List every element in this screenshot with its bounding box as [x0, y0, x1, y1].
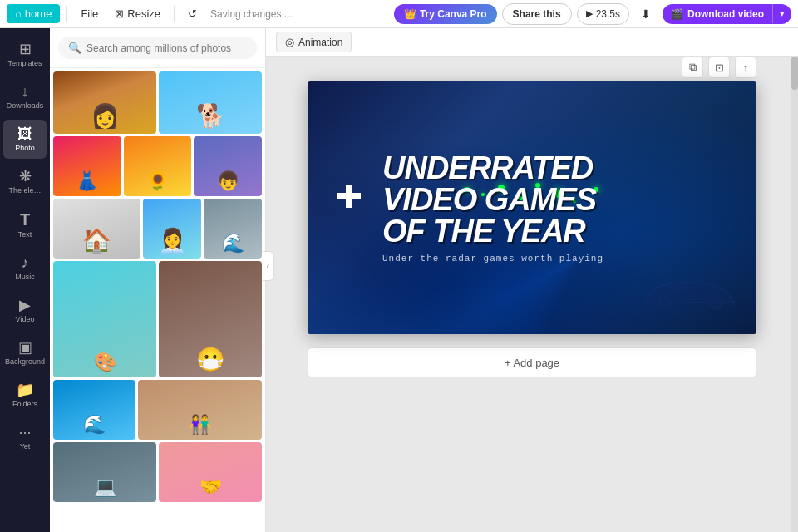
sidebar-item-video-label: Video: [16, 315, 35, 323]
duplicate-page-button[interactable]: ⧉: [682, 57, 703, 78]
saving-status: Saving changes ...: [210, 8, 293, 20]
svg-rect-3: [337, 193, 361, 200]
download-icon-button[interactable]: ⬇: [634, 4, 658, 24]
templates-icon: ⊞: [19, 42, 32, 57]
photo-row-1: [53, 71, 262, 134]
list-item[interactable]: [138, 380, 262, 440]
list-item[interactable]: [53, 199, 140, 259]
animation-tab-label: Animation: [298, 37, 342, 48]
list-item[interactable]: [194, 136, 262, 196]
downloads-icon: ↓: [22, 84, 29, 99]
search-box[interactable]: 🔍: [58, 37, 257, 59]
sidebar-item-background-label: Background: [5, 357, 45, 366]
elements-icon: ❋: [19, 169, 32, 184]
sidebar-item-folders-label: Folders: [12, 400, 37, 408]
nav-separator: [66, 6, 67, 22]
photo-grid: [50, 68, 265, 532]
sidebar-item-folders[interactable]: 📁 Folders: [3, 376, 47, 415]
download-cloud-icon: ⬇: [641, 7, 651, 21]
undo-icon: ↺: [188, 7, 197, 20]
list-item[interactable]: [143, 199, 201, 259]
home-icon: ⌂: [15, 7, 22, 20]
canvas-title-line3: OF THE YEAR: [382, 215, 732, 247]
duplicate-icon: ⧉: [689, 61, 697, 74]
sidebar-item-elements[interactable]: ❋ The ele…: [3, 162, 47, 201]
sidebar-item-text-label: Text: [18, 230, 32, 239]
share-page-button[interactable]: ↑: [735, 57, 756, 78]
photo-search-area: 🔍: [50, 28, 265, 68]
file-menu-button[interactable]: File: [74, 4, 105, 23]
share-button[interactable]: Share this: [502, 3, 572, 25]
left-sidebar: ⊞ Templates ↓ Downloads 🖼 Photo ❋ The el…: [0, 28, 50, 532]
play-icon: ▶: [586, 8, 593, 19]
timer-button[interactable]: ▶ 23.5s: [577, 3, 629, 25]
photo-row-4: [53, 261, 262, 377]
photo-icon: 🖼: [17, 126, 32, 141]
download-video-group: 🎬 Download video ▾: [663, 4, 791, 24]
scroll-thumb[interactable]: [791, 57, 798, 90]
list-item[interactable]: [53, 71, 156, 134]
sidebar-item-yet-label: Yet: [20, 442, 31, 451]
sidebar-item-music-label: Music: [15, 273, 35, 281]
list-item[interactable]: [53, 261, 156, 377]
music-icon: ♪: [22, 255, 29, 270]
home-button[interactable]: ⌂ home: [7, 4, 60, 23]
canvas-text-area: UNDERRATED VIDEO GAMES OF THE YEAR Under…: [382, 152, 732, 264]
undo-button[interactable]: ↺: [181, 4, 204, 23]
download-dropdown-button[interactable]: ▾: [772, 4, 791, 23]
canvas-area: ◎ Animation ⧉ ⊡ ↑: [266, 28, 798, 532]
copy-page-button[interactable]: ⊡: [708, 57, 730, 78]
canvas-scroll-area[interactable]: ⧉ ⊡ ↑: [266, 57, 798, 532]
sidebar-item-video[interactable]: ▶ Video: [3, 291, 47, 330]
list-item[interactable]: [53, 380, 135, 440]
sidebar-item-photo[interactable]: 🖼 Photo: [3, 120, 47, 159]
list-item[interactable]: [53, 136, 121, 196]
add-page-button[interactable]: + Add page: [308, 347, 756, 377]
sidebar-item-yet[interactable]: ··· Yet: [3, 418, 47, 457]
more-icon: ···: [18, 425, 31, 440]
background-icon: ▣: [18, 340, 32, 355]
chevron-left-icon: ‹: [267, 262, 269, 271]
page-container: ⧉ ⊡ ↑: [308, 81, 756, 334]
controller-symbol: [332, 180, 366, 220]
sidebar-item-elements-label: The ele…: [8, 186, 41, 195]
canvas-title: UNDERRATED VIDEO GAMES OF THE YEAR: [382, 152, 732, 247]
photo-panel: 🔍: [50, 28, 266, 532]
canvas-title-line1: UNDERRATED: [382, 152, 732, 184]
sidebar-item-music[interactable]: ♪ Music: [3, 249, 47, 288]
text-icon: T: [20, 211, 30, 228]
list-item[interactable]: [159, 442, 262, 502]
photo-row-3: [53, 199, 262, 259]
top-navbar: ⌂ home File ⊠ Resize ↺ Saving changes ..…: [0, 0, 798, 28]
main-layout: ⊞ Templates ↓ Downloads 🖼 Photo ❋ The el…: [0, 28, 798, 532]
page-actions: ⧉ ⊡ ↑: [682, 57, 756, 78]
sidebar-item-background[interactable]: ▣ Background: [3, 333, 47, 372]
sidebar-item-downloads[interactable]: ↓ Downloads: [3, 77, 47, 116]
copy-icon: ⊡: [715, 62, 724, 74]
photo-row-6: [53, 442, 262, 502]
canvas-content: UNDERRATED VIDEO GAMES OF THE YEAR Under…: [308, 81, 756, 334]
list-item[interactable]: [159, 71, 262, 134]
download-video-button[interactable]: 🎬 Download video: [663, 4, 772, 24]
sidebar-item-photo-label: Photo: [15, 144, 35, 152]
search-input[interactable]: [86, 42, 247, 54]
list-item[interactable]: [159, 261, 262, 377]
animation-tab[interactable]: ◎ Animation: [276, 32, 352, 52]
photo-row-5: [53, 380, 262, 440]
canvas-title-line2: VIDEO GAMES: [382, 184, 732, 215]
sidebar-item-downloads-label: Downloads: [7, 101, 44, 110]
list-item[interactable]: [53, 442, 156, 502]
list-item[interactable]: [204, 199, 262, 259]
canva-pro-button[interactable]: 👑 Try Canva Pro: [394, 4, 497, 24]
sidebar-item-templates-label: Templates: [7, 59, 42, 67]
canvas-page[interactable]: UNDERRATED VIDEO GAMES OF THE YEAR Under…: [308, 81, 756, 334]
resize-button[interactable]: ⊠ Resize: [108, 4, 167, 23]
sidebar-item-templates[interactable]: ⊞ Templates: [3, 35, 47, 74]
video-sidebar-icon: ▶: [19, 298, 31, 313]
sidebar-item-text[interactable]: T Text: [3, 204, 47, 245]
list-item[interactable]: [124, 136, 192, 196]
scroll-track[interactable]: [791, 57, 798, 532]
resize-icon: ⊠: [115, 7, 124, 20]
share-icon: ↑: [743, 62, 749, 74]
panel-collapse-handle[interactable]: ‹: [263, 251, 274, 281]
